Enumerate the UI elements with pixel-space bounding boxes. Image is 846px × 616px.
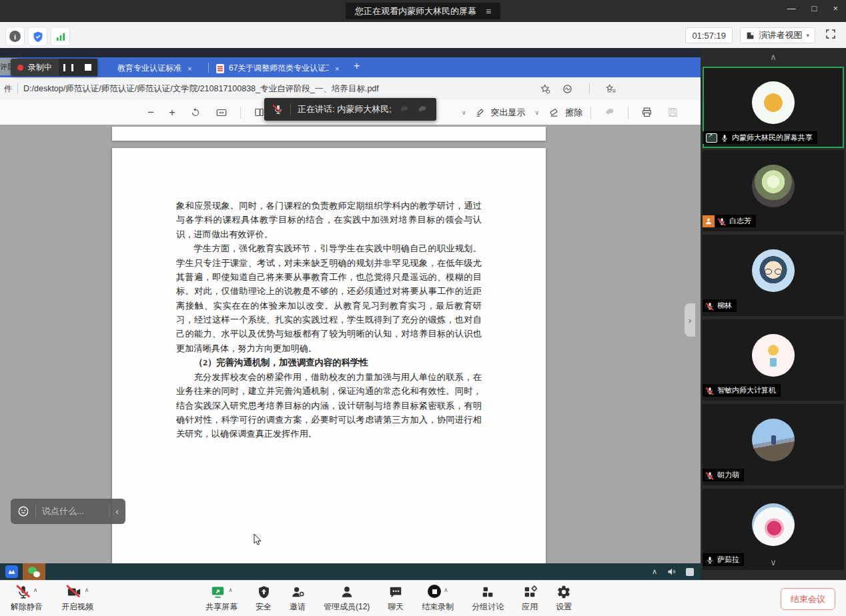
erase-label[interactable]: 擦除 xyxy=(565,107,582,119)
avatar xyxy=(752,503,795,546)
fullscreen-button[interactable] xyxy=(825,28,837,40)
chat-button[interactable]: 聊天 xyxy=(388,585,404,613)
start-video-button[interactable]: ∧ 开启视频 xyxy=(61,585,93,613)
mouse-cursor xyxy=(254,533,263,547)
file-menu-partial[interactable]: 件 xyxy=(4,83,12,95)
pause-recording-button[interactable] xyxy=(59,59,78,76)
minimize-icon[interactable]: — xyxy=(787,3,796,13)
favorites-list-icon[interactable] xyxy=(606,83,617,95)
chat-placeholder[interactable]: 说点什么... xyxy=(42,505,103,517)
security-label: 安全 xyxy=(256,601,272,613)
maximize-icon[interactable]: □ xyxy=(812,3,817,13)
chevron-up-icon[interactable]: ∧ xyxy=(85,587,89,593)
chevron-up-icon[interactable]: ∧ xyxy=(228,587,233,593)
end-meeting-button[interactable]: 结束会议 xyxy=(781,588,835,610)
participant-tile[interactable]: 朝力萌 xyxy=(703,404,844,485)
settings-label: 设置 xyxy=(556,601,572,613)
network-quality-button[interactable] xyxy=(51,27,70,46)
invite-button[interactable]: 邀请 xyxy=(290,585,306,613)
avatar xyxy=(752,334,795,377)
arrow-back-icon xyxy=(398,104,410,115)
scroll-down-chevron[interactable]: ∨ xyxy=(701,557,846,567)
share-screen-icon xyxy=(210,585,226,599)
doc-paragraph: 充分发挥校友会的桥梁作用，借助校友的力量加强与用人单位的联系，在业务往来的同时，… xyxy=(176,370,482,441)
print-icon[interactable] xyxy=(634,107,660,118)
participant-name: 朝力萌 xyxy=(717,470,739,480)
close-icon[interactable]: × xyxy=(833,3,838,13)
stop-recording-button[interactable]: ∧ 结束录制 xyxy=(422,585,454,613)
ime-indicator-icon[interactable] xyxy=(686,568,694,576)
tab-separator xyxy=(208,63,209,73)
settings-button[interactable]: 设置 xyxy=(556,585,572,613)
chevron-down-icon[interactable]: ∨ xyxy=(462,109,466,116)
divider xyxy=(628,107,628,119)
mic-muted-icon xyxy=(706,387,714,395)
pdf-page[interactable]: 象和应景现象。同时，各门课程的负责教师定期组织学科内的教学研讨，通过与各学科的课… xyxy=(112,148,546,563)
divider xyxy=(109,505,109,517)
previous-page-bottom xyxy=(112,127,546,141)
breakout-rooms-button[interactable]: 分组讨论 xyxy=(472,585,504,613)
breakout-label: 分组讨论 xyxy=(472,601,504,613)
security-button[interactable]: 安全 xyxy=(256,585,272,613)
chevron-down-icon[interactable]: ∨ xyxy=(535,109,540,116)
highlighter-icon[interactable] xyxy=(472,107,488,118)
new-tab-button[interactable]: + xyxy=(354,60,360,72)
panel-expander-tab[interactable]: › xyxy=(685,303,695,337)
divider xyxy=(589,83,590,94)
speaking-text: 正在讲话: 内蒙师大林民; xyxy=(298,103,392,115)
participant-tile[interactable]: 智敏内师大计算机 xyxy=(703,319,844,401)
stop-record-icon xyxy=(428,585,441,598)
participant-tile[interactable]: 白志芳 xyxy=(703,150,844,231)
chevron-up-icon[interactable]: ∧ xyxy=(33,587,38,593)
share-screen-button[interactable]: ∧ 共享屏幕 xyxy=(205,585,238,613)
mic-muted-icon xyxy=(706,302,714,310)
banner-menu-icon[interactable]: ≡ xyxy=(486,6,491,17)
apps-icon xyxy=(522,585,537,599)
tab-close-icon[interactable]: × xyxy=(186,65,193,73)
speaker-icon[interactable] xyxy=(667,567,677,577)
chat-quick-input[interactable]: 说点什么... ‹ xyxy=(11,499,125,524)
meeting-info-button[interactable]: i xyxy=(5,27,25,46)
view-mode-dropdown[interactable]: 演讲者视图 ▾ xyxy=(740,27,815,43)
meeting-security-button[interactable] xyxy=(28,27,47,46)
tray-chevron-up-icon[interactable]: ∧ xyxy=(652,567,657,576)
meeting-timer: 01:57:19 xyxy=(685,27,733,43)
rotate-icon[interactable] xyxy=(183,107,208,118)
browser-essentials-icon[interactable] xyxy=(562,83,573,95)
eraser-icon[interactable] xyxy=(546,107,562,118)
zoom-in-icon[interactable]: + xyxy=(161,106,183,119)
divider xyxy=(290,103,291,115)
scroll-up-chevron[interactable]: ∧ xyxy=(701,52,846,62)
emoji-icon[interactable] xyxy=(17,505,29,517)
avatar xyxy=(752,249,795,292)
draw-tool-icon[interactable] xyxy=(596,107,622,118)
unmute-button[interactable]: ∧ 解除静音 xyxy=(11,585,43,613)
taskbar-meeting-app[interactable] xyxy=(0,563,23,580)
stop-icon xyxy=(85,64,91,71)
browser-tab-2[interactable]: 67关于调整师范类专业认证工作 × xyxy=(211,59,359,77)
favorite-star-icon[interactable] xyxy=(540,83,551,95)
participant-tile[interactable]: 柳林 xyxy=(703,235,844,316)
doc-paragraph: 象和应景现象。同时，各门课程的负责教师定期组织学科内的教学研讨，通过与各学科的课… xyxy=(176,199,482,241)
url-text[interactable]: D:/desktop/师范认证/师范认证/师范认证/文学院/2108171008… xyxy=(23,83,379,95)
chevron-up-icon[interactable]: ∧ xyxy=(444,587,448,593)
wechat-icon xyxy=(28,567,40,577)
chevron-left-icon[interactable]: ‹ xyxy=(115,506,119,517)
apps-button[interactable]: 应用 xyxy=(522,585,538,613)
taskbar-wechat-app[interactable] xyxy=(23,563,45,580)
highlight-label[interactable]: 突出显示 xyxy=(491,107,526,119)
host-badge-icon xyxy=(703,215,715,227)
divider xyxy=(240,107,241,119)
zoom-out-icon[interactable]: − xyxy=(140,106,161,119)
browser-tab-1[interactable]: 教育专业认证标准 × xyxy=(112,59,215,77)
stop-recording-button[interactable] xyxy=(78,59,97,76)
divider xyxy=(590,107,591,119)
save-icon[interactable] xyxy=(660,107,686,118)
tab-close-icon[interactable]: × xyxy=(334,65,340,73)
participant-tile-screen-share[interactable]: 内蒙师大林民的屏幕共享 xyxy=(703,67,844,148)
participant-name: 柳林 xyxy=(717,301,732,311)
speaking-toast: 正在讲话: 内蒙师大林民; xyxy=(264,98,436,121)
manage-members-button[interactable]: 管理成员(12) xyxy=(324,585,370,613)
fit-width-icon[interactable] xyxy=(208,107,235,119)
meeting-toolbar: i 01:57:19 演讲者视图 ▾ xyxy=(0,22,846,49)
